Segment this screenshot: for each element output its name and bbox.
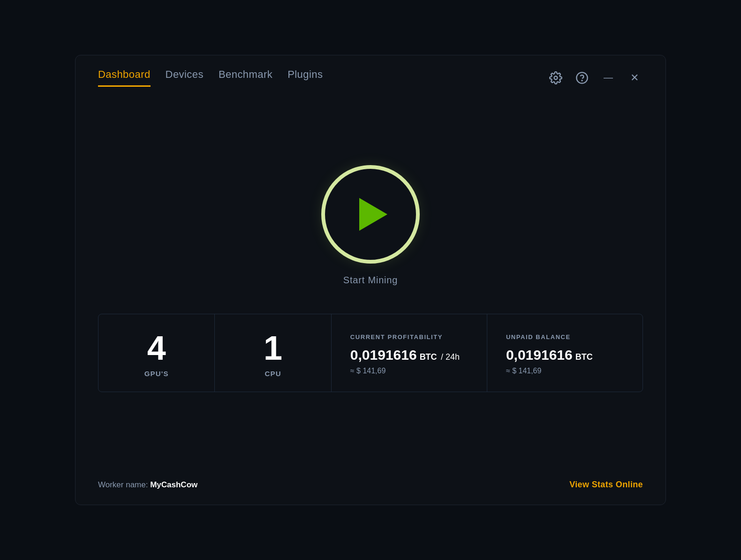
help-icon (575, 71, 589, 84)
gpu-stat-cell: 4 GPU'S (98, 314, 215, 392)
settings-button[interactable] (547, 69, 564, 86)
tab-devices[interactable]: Devices (166, 68, 204, 87)
balance-title: UNPAID BALANCE (506, 333, 571, 341)
gpu-label: GPU'S (144, 370, 169, 378)
close-button[interactable]: ✕ (626, 69, 643, 86)
help-button[interactable] (574, 69, 590, 86)
tab-dashboard[interactable]: Dashboard (98, 68, 151, 87)
cpu-stat-cell: 1 CPU (215, 314, 331, 392)
main-content: Start Mining 4 GPU'S 1 CPU CURRENT PROFI… (76, 87, 665, 470)
profitability-title: CURRENT PROFITABILITY (350, 333, 443, 341)
app-window: Dashboard Devices Benchmark Plugins — ✕ (75, 55, 666, 505)
svg-point-0 (554, 76, 558, 79)
profitability-cell: CURRENT PROFITABILITY 0,0191616BTC / 24h… (332, 314, 487, 392)
start-mining-label: Start Mining (343, 275, 398, 286)
header-controls: — ✕ (547, 69, 643, 86)
balance-cell: UNPAID BALANCE 0,0191616BTC ≈ $ 141,69 (487, 314, 643, 392)
worker-prefix: Worker name: (98, 480, 150, 489)
worker-name-value: MyCashCow (150, 480, 197, 489)
balance-value: 0,0191616BTC (506, 347, 593, 363)
profitability-per: / 24h (441, 352, 460, 362)
view-stats-button[interactable]: View Stats Online (569, 480, 643, 490)
balance-number: 0,0191616 (506, 347, 573, 363)
header: Dashboard Devices Benchmark Plugins — ✕ (76, 55, 665, 87)
minimize-button[interactable]: — (600, 69, 617, 86)
footer: Worker name: MyCashCow View Stats Online (76, 470, 665, 505)
cpu-count: 1 (264, 331, 282, 365)
nav-tabs: Dashboard Devices Benchmark Plugins (98, 68, 323, 87)
balance-approx: ≈ $ 141,69 (506, 367, 542, 375)
cpu-label: CPU (265, 370, 281, 378)
worker-name-display: Worker name: MyCashCow (98, 480, 197, 490)
tab-benchmark[interactable]: Benchmark (219, 68, 272, 87)
profitability-value: 0,0191616BTC / 24h (350, 347, 460, 363)
balance-unit: BTC (575, 352, 593, 362)
profitability-approx: ≈ $ 141,69 (350, 367, 386, 375)
stats-panel: 4 GPU'S 1 CPU CURRENT PROFITABILITY 0,01… (98, 314, 643, 392)
play-icon (359, 198, 387, 231)
profitability-unit: BTC (420, 352, 437, 362)
start-mining-button[interactable] (321, 165, 420, 264)
gpu-count: 4 (147, 331, 166, 365)
profitability-number: 0,0191616 (350, 347, 417, 363)
gear-icon (549, 71, 562, 84)
tab-plugins[interactable]: Plugins (287, 68, 323, 87)
play-button-container: Start Mining (321, 165, 420, 286)
